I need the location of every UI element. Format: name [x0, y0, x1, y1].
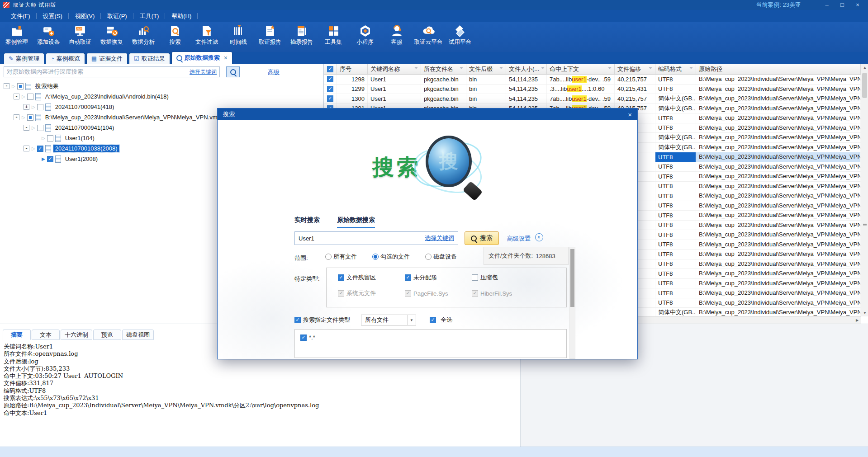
dialog-scrollbar[interactable] — [569, 247, 575, 359]
filter-icon[interactable] — [608, 67, 612, 71]
column-header-select[interactable] — [324, 64, 337, 74]
search-button[interactable]: 搜索 — [465, 231, 499, 245]
filter-icon[interactable] — [541, 67, 545, 71]
vertical-scrollbar[interactable]: ▲ ▼ — [861, 64, 868, 316]
type-checkbox-未分配簇[interactable]: 未分配簇 — [405, 273, 472, 282]
tree-node-label[interactable]: User1(104) — [63, 134, 96, 142]
tree-expander-icon[interactable]: - — [14, 114, 19, 120]
toolbar-button-excerpt-report[interactable]: 摘录报告 — [286, 25, 318, 52]
toolbar-button-file-filter[interactable]: 文件过滤 — [191, 25, 223, 52]
column-header-offset[interactable]: 文件偏移 — [615, 64, 655, 74]
scope-radio-勾选的文件[interactable]: 勾选的文件 — [372, 253, 410, 261]
vertical-scroll-thumb[interactable] — [862, 73, 867, 98]
detail-tab-十六进制[interactable]: 十六进制 — [61, 330, 92, 340]
tree-checkbox[interactable] — [37, 104, 43, 110]
type-checkbox-压缩包[interactable]: 压缩包 — [472, 273, 539, 282]
tab-案例概览[interactable]: ◔案例概览 — [46, 53, 85, 64]
scope-radio-所有文件[interactable]: 所有文件 — [325, 253, 357, 261]
menu-item[interactable]: 文件(F) — [5, 10, 37, 22]
type-checkbox-文件残留区[interactable]: 文件残留区 — [338, 273, 405, 282]
toolbar-button-report[interactable]: 取证报告 — [254, 25, 286, 52]
row-checkbox[interactable] — [327, 95, 333, 102]
detail-tab-摘要[interactable]: 摘要 — [3, 330, 31, 340]
filter-icon[interactable] — [460, 67, 463, 71]
table-row[interactable]: 1299User1pkgcache.binbin54,114,235.3....… — [324, 85, 861, 94]
tree-expander-icon[interactable]: - — [14, 94, 19, 99]
toolbar-button-data-recovery[interactable]: 数据恢复 — [96, 25, 128, 52]
close-button[interactable]: × — [850, 0, 865, 10]
tab-案例管理[interactable]: ✎案例管理 — [4, 53, 44, 64]
filter-icon[interactable] — [649, 67, 652, 71]
column-header-ext[interactable]: 文件后缀 — [466, 64, 506, 74]
deep-search-input[interactable]: 对原始数据内容进行深度搜索 选择关键词 — [4, 66, 220, 77]
tab-取证结果[interactable]: ☑取证结果 — [129, 53, 170, 64]
tree-checkbox[interactable] — [17, 83, 24, 90]
toolbar-button-cloud-platform[interactable]: 取证云平台 — [413, 25, 444, 52]
table-row[interactable]: 1298User1pkgcache.binbin54,114,2357ab...… — [324, 75, 861, 85]
tab-证据文件[interactable]: ▤证据文件 — [86, 53, 128, 64]
toolbar-button-data-analysis[interactable]: 数据分析 — [128, 25, 159, 52]
tree-node-label[interactable]: 20241107000941(418) — [53, 103, 116, 111]
column-header-seq[interactable]: 序号 — [337, 64, 368, 74]
toolbar-button-miniapp[interactable]: 小程序 — [349, 25, 381, 52]
column-header-file[interactable]: 所在文件名 — [421, 64, 466, 74]
detail-tab-磁盘视图[interactable]: 磁盘视图 — [122, 330, 154, 340]
column-header-encoding[interactable]: 编码格式 — [655, 64, 696, 74]
scroll-up-icon[interactable]: ▲ — [861, 64, 868, 71]
menu-item[interactable]: 工具(T) — [133, 10, 166, 22]
tree-node[interactable]: -▷搜索结果 — [0, 81, 323, 91]
tree-expander-icon[interactable]: + — [24, 104, 29, 110]
toolbar-button-search-doc[interactable]: 搜索 — [159, 25, 191, 52]
column-header-path[interactable]: 原始路径 — [696, 64, 861, 74]
column-header-size[interactable]: 文件大小(... — [506, 64, 547, 74]
tree-checkbox[interactable] — [37, 146, 43, 152]
detail-tab-预览[interactable]: 预览 — [93, 330, 121, 340]
tree-checkbox[interactable] — [27, 94, 33, 100]
scope-radio-磁盘设备[interactable]: 磁盘设备 — [425, 253, 457, 261]
toolbar-button-timeline[interactable]: 时间线 — [223, 25, 254, 52]
select-keyword-link[interactable]: 选择关键词 — [190, 68, 217, 76]
toolbar-button-add-device[interactable]: 添加设备 — [33, 25, 64, 52]
tree-node-label[interactable]: B:\Meiya_cup_2023\Individual\Server\Meiy… — [43, 113, 242, 121]
toolbar-button-case-manage[interactable]: 案例管理 — [1, 25, 33, 52]
column-header-context[interactable]: 命中上下文 — [547, 64, 615, 74]
select-all-checkbox[interactable] — [430, 317, 436, 323]
advanced-settings-link[interactable]: 高级设置 — [507, 235, 531, 243]
filetype-dropdown[interactable]: 所有文件 ▼ — [361, 315, 416, 325]
filter-icon[interactable] — [689, 67, 693, 71]
dialog-close-button[interactable]: × — [628, 111, 632, 118]
chevron-up-circle-icon[interactable]: « — [535, 233, 543, 241]
tree-checkbox[interactable] — [37, 125, 43, 131]
row-checkbox[interactable] — [327, 86, 333, 92]
tree-node-label[interactable]: User1(2008) — [63, 155, 100, 163]
tree-node-label[interactable]: 20241107001038(2008) — [53, 145, 119, 152]
tree-checkbox[interactable] — [47, 135, 53, 141]
dialog-scroll-thumb[interactable] — [570, 249, 574, 307]
dialog-tab-原始数据搜索[interactable]: 原始数据搜索 — [337, 216, 375, 228]
tree-node-label[interactable]: A:\Meiya_cup_2023\Individual\Android.bin… — [43, 93, 171, 100]
menu-item[interactable]: 帮助(H) — [165, 10, 198, 22]
table-row[interactable]: 1300User1pkgcache.binbin54,114,2357ab...… — [324, 94, 861, 104]
menu-item[interactable]: 取证(P) — [101, 10, 133, 22]
scroll-down-icon[interactable]: ▼ — [861, 309, 868, 316]
advanced-link[interactable]: 高级 — [268, 68, 280, 76]
menu-item[interactable]: 视图(V) — [69, 10, 101, 22]
pattern-checkbox[interactable] — [300, 335, 307, 341]
filter-icon[interactable] — [414, 67, 418, 71]
header-checkbox[interactable] — [327, 66, 333, 72]
menu-item[interactable]: 设置(S) — [37, 10, 69, 22]
tree-node-label[interactable]: 搜索结果 — [33, 82, 61, 91]
restore-button[interactable]: □ — [835, 0, 850, 10]
scroll-right-icon[interactable]: ▶ — [854, 317, 861, 324]
tree-checkbox[interactable] — [27, 114, 33, 121]
toolbar-button-auto-forensic[interactable]: AUTO自动取证 — [64, 25, 96, 52]
toolbar-button-trial-platform[interactable]: 试用平台 — [444, 25, 476, 52]
tree-expander-icon[interactable]: - — [24, 146, 29, 151]
tree-node-label[interactable]: 20241107000941(104) — [53, 124, 116, 132]
row-checkbox[interactable] — [327, 76, 333, 82]
select-keyword-link[interactable]: 选择关键词 — [425, 234, 454, 242]
minimize-button[interactable]: – — [819, 0, 835, 10]
tree-expander-icon[interactable]: - — [4, 83, 9, 89]
column-header-keyword[interactable]: 关键词名称 — [368, 64, 421, 74]
tree-expander-icon[interactable]: - — [24, 125, 29, 131]
